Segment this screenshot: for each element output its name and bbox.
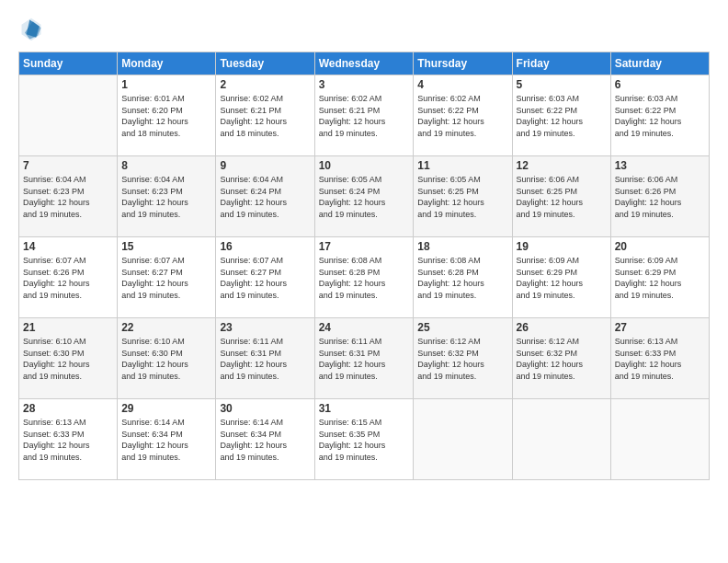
day-info: Sunrise: 6:02 AM Sunset: 6:22 PM Dayligh… <box>417 93 507 139</box>
calendar-cell: 16Sunrise: 6:07 AM Sunset: 6:27 PM Dayli… <box>216 237 314 318</box>
calendar-weekday-wednesday: Wednesday <box>314 52 414 75</box>
calendar-cell: 15Sunrise: 6:07 AM Sunset: 6:27 PM Dayli… <box>118 237 216 318</box>
calendar-cell: 19Sunrise: 6:09 AM Sunset: 6:29 PM Dayli… <box>512 237 610 318</box>
calendar-header-row: SundayMondayTuesdayWednesdayThursdayFrid… <box>19 52 710 75</box>
day-info: Sunrise: 6:06 AM Sunset: 6:26 PM Dayligh… <box>615 174 705 220</box>
calendar-cell: 10Sunrise: 6:05 AM Sunset: 6:24 PM Dayli… <box>314 156 414 237</box>
calendar-cell: 6Sunrise: 6:03 AM Sunset: 6:22 PM Daylig… <box>610 75 709 156</box>
day-number: 20 <box>615 240 705 253</box>
calendar-cell: 9Sunrise: 6:04 AM Sunset: 6:24 PM Daylig… <box>216 156 314 237</box>
calendar-week-row: 1Sunrise: 6:01 AM Sunset: 6:20 PM Daylig… <box>19 75 710 156</box>
day-info: Sunrise: 6:14 AM Sunset: 6:34 PM Dayligh… <box>121 417 211 463</box>
calendar-cell: 3Sunrise: 6:02 AM Sunset: 6:21 PM Daylig… <box>314 75 414 156</box>
calendar-cell: 12Sunrise: 6:06 AM Sunset: 6:25 PM Dayli… <box>512 156 610 237</box>
calendar-cell: 22Sunrise: 6:10 AM Sunset: 6:30 PM Dayli… <box>118 318 216 399</box>
calendar-cell: 27Sunrise: 6:13 AM Sunset: 6:33 PM Dayli… <box>610 318 709 399</box>
calendar-cell: 31Sunrise: 6:15 AM Sunset: 6:35 PM Dayli… <box>314 399 414 480</box>
day-number: 6 <box>615 78 705 91</box>
calendar-cell: 4Sunrise: 6:02 AM Sunset: 6:22 PM Daylig… <box>414 75 512 156</box>
day-info: Sunrise: 6:13 AM Sunset: 6:33 PM Dayligh… <box>615 336 705 382</box>
calendar-cell: 25Sunrise: 6:12 AM Sunset: 6:32 PM Dayli… <box>414 318 512 399</box>
calendar-cell <box>512 399 610 480</box>
day-info: Sunrise: 6:10 AM Sunset: 6:30 PM Dayligh… <box>121 336 211 382</box>
day-info: Sunrise: 6:07 AM Sunset: 6:26 PM Dayligh… <box>23 255 113 301</box>
day-info: Sunrise: 6:02 AM Sunset: 6:21 PM Dayligh… <box>220 93 310 139</box>
day-info: Sunrise: 6:06 AM Sunset: 6:25 PM Dayligh… <box>517 174 607 220</box>
day-info: Sunrise: 6:07 AM Sunset: 6:27 PM Dayligh… <box>220 255 310 301</box>
day-number: 9 <box>220 159 310 172</box>
day-info: Sunrise: 6:11 AM Sunset: 6:31 PM Dayligh… <box>319 336 410 382</box>
calendar-cell: 26Sunrise: 6:12 AM Sunset: 6:32 PM Dayli… <box>512 318 610 399</box>
day-number: 2 <box>220 78 310 91</box>
day-info: Sunrise: 6:04 AM Sunset: 6:23 PM Dayligh… <box>23 174 113 220</box>
day-info: Sunrise: 6:09 AM Sunset: 6:29 PM Dayligh… <box>615 255 705 301</box>
calendar-cell: 28Sunrise: 6:13 AM Sunset: 6:33 PM Dayli… <box>19 399 118 480</box>
day-info: Sunrise: 6:09 AM Sunset: 6:29 PM Dayligh… <box>517 255 607 301</box>
day-info: Sunrise: 6:14 AM Sunset: 6:34 PM Dayligh… <box>220 417 310 463</box>
calendar-cell: 17Sunrise: 6:08 AM Sunset: 6:28 PM Dayli… <box>314 237 414 318</box>
day-info: Sunrise: 6:15 AM Sunset: 6:35 PM Dayligh… <box>319 417 410 463</box>
day-info: Sunrise: 6:13 AM Sunset: 6:33 PM Dayligh… <box>23 417 113 463</box>
calendar-table: SundayMondayTuesdayWednesdayThursdayFrid… <box>18 52 710 480</box>
day-number: 31 <box>319 402 410 415</box>
day-number: 30 <box>220 402 310 415</box>
calendar-cell: 23Sunrise: 6:11 AM Sunset: 6:31 PM Dayli… <box>216 318 314 399</box>
day-info: Sunrise: 6:11 AM Sunset: 6:31 PM Dayligh… <box>220 336 310 382</box>
day-number: 1 <box>121 78 211 91</box>
calendar-cell: 18Sunrise: 6:08 AM Sunset: 6:28 PM Dayli… <box>414 237 512 318</box>
day-number: 5 <box>517 78 607 91</box>
day-number: 13 <box>615 159 705 172</box>
day-number: 10 <box>319 159 410 172</box>
day-number: 14 <box>23 240 113 253</box>
calendar-cell: 13Sunrise: 6:06 AM Sunset: 6:26 PM Dayli… <box>610 156 709 237</box>
day-number: 24 <box>319 321 410 334</box>
day-number: 23 <box>220 321 310 334</box>
calendar-cell: 1Sunrise: 6:01 AM Sunset: 6:20 PM Daylig… <box>118 75 216 156</box>
day-info: Sunrise: 6:04 AM Sunset: 6:23 PM Dayligh… <box>121 174 211 220</box>
day-number: 8 <box>121 159 211 172</box>
calendar-week-row: 7Sunrise: 6:04 AM Sunset: 6:23 PM Daylig… <box>19 156 710 237</box>
day-number: 29 <box>121 402 211 415</box>
day-number: 11 <box>417 159 507 172</box>
calendar-cell: 8Sunrise: 6:04 AM Sunset: 6:23 PM Daylig… <box>118 156 216 237</box>
day-info: Sunrise: 6:04 AM Sunset: 6:24 PM Dayligh… <box>220 174 310 220</box>
calendar-week-row: 14Sunrise: 6:07 AM Sunset: 6:26 PM Dayli… <box>19 237 710 318</box>
calendar-cell: 21Sunrise: 6:10 AM Sunset: 6:30 PM Dayli… <box>19 318 118 399</box>
day-info: Sunrise: 6:05 AM Sunset: 6:24 PM Dayligh… <box>319 174 410 220</box>
day-number: 17 <box>319 240 410 253</box>
day-number: 22 <box>121 321 211 334</box>
day-number: 12 <box>517 159 607 172</box>
day-info: Sunrise: 6:03 AM Sunset: 6:22 PM Dayligh… <box>517 93 607 139</box>
calendar-cell: 29Sunrise: 6:14 AM Sunset: 6:34 PM Dayli… <box>118 399 216 480</box>
calendar-cell: 5Sunrise: 6:03 AM Sunset: 6:22 PM Daylig… <box>512 75 610 156</box>
calendar-weekday-thursday: Thursday <box>414 52 512 75</box>
calendar-cell: 20Sunrise: 6:09 AM Sunset: 6:29 PM Dayli… <box>610 237 709 318</box>
calendar-week-row: 28Sunrise: 6:13 AM Sunset: 6:33 PM Dayli… <box>19 399 710 480</box>
day-number: 27 <box>615 321 705 334</box>
day-info: Sunrise: 6:08 AM Sunset: 6:28 PM Dayligh… <box>417 255 507 301</box>
day-info: Sunrise: 6:10 AM Sunset: 6:30 PM Dayligh… <box>23 336 113 382</box>
day-info: Sunrise: 6:07 AM Sunset: 6:27 PM Dayligh… <box>121 255 211 301</box>
logo <box>18 17 48 42</box>
day-info: Sunrise: 6:03 AM Sunset: 6:22 PM Dayligh… <box>615 93 705 139</box>
day-info: Sunrise: 6:08 AM Sunset: 6:28 PM Dayligh… <box>319 255 410 301</box>
day-info: Sunrise: 6:12 AM Sunset: 6:32 PM Dayligh… <box>517 336 607 382</box>
calendar-cell <box>19 75 118 156</box>
day-number: 16 <box>220 240 310 253</box>
day-number: 21 <box>23 321 113 334</box>
day-number: 25 <box>417 321 507 334</box>
day-number: 19 <box>517 240 607 253</box>
calendar-week-row: 21Sunrise: 6:10 AM Sunset: 6:30 PM Dayli… <box>19 318 710 399</box>
calendar-cell: 11Sunrise: 6:05 AM Sunset: 6:25 PM Dayli… <box>414 156 512 237</box>
calendar-cell: 7Sunrise: 6:04 AM Sunset: 6:23 PM Daylig… <box>19 156 118 237</box>
day-number: 18 <box>417 240 507 253</box>
calendar-weekday-friday: Friday <box>512 52 610 75</box>
day-info: Sunrise: 6:01 AM Sunset: 6:20 PM Dayligh… <box>121 93 211 139</box>
calendar-cell: 24Sunrise: 6:11 AM Sunset: 6:31 PM Dayli… <box>314 318 414 399</box>
calendar-weekday-sunday: Sunday <box>19 52 118 75</box>
day-info: Sunrise: 6:02 AM Sunset: 6:21 PM Dayligh… <box>319 93 410 139</box>
calendar-weekday-tuesday: Tuesday <box>216 52 314 75</box>
day-number: 7 <box>23 159 113 172</box>
day-number: 4 <box>417 78 507 91</box>
day-number: 28 <box>23 402 113 415</box>
